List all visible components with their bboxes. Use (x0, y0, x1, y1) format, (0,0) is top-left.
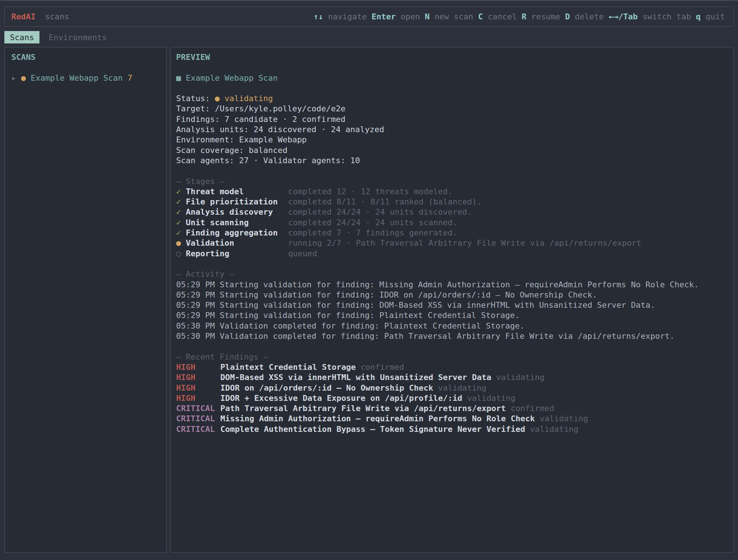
running-dot-icon: ● (176, 238, 186, 248)
stages-list: ✓Threat modelcompleted 12 · 12 threats m… (176, 187, 729, 259)
info-line: Target: /Users/kyle.polley/code/e2e (176, 104, 729, 114)
finding-status: confirmed (361, 363, 404, 372)
scan-item-name: Example Webapp Scan (31, 73, 123, 83)
activity-row: 05:29 PM Starting validation for finding… (176, 280, 729, 290)
status-running-dot-icon: ● (215, 94, 220, 103)
finding-row: HIGHPlaintext Credential Storage confirm… (176, 362, 729, 372)
app-screen: RedAI scans ↑↓ navigate Enter open N new… (0, 0, 738, 560)
finding-title: Complete Authentication Bypass — Token S… (220, 425, 525, 434)
stage-name: Reporting (186, 249, 288, 259)
hint-key: ←→/Tab (609, 12, 638, 21)
check-icon: ✓ (176, 218, 186, 228)
app-brand: RedAI (11, 12, 35, 21)
finding-status: validating (467, 394, 516, 403)
stage-row: ✓Threat modelcompleted 12 · 12 threats m… (176, 187, 729, 197)
stage-row: ✓Unit scanningcompleted 24/24 · 24 units… (176, 218, 729, 228)
tab-environments[interactable]: Environments (43, 31, 112, 43)
finding-severity: HIGH (176, 372, 220, 383)
hint-label: quit (701, 12, 725, 21)
hint-label: open (396, 12, 425, 21)
stage-row: ○Reportingqueued (176, 249, 729, 259)
tab-bar: Scans Environments (4, 31, 112, 43)
info-line: Scan coverage: balanced (176, 145, 729, 156)
finding-row: HIGHDOM-Based XSS via innerHTML with Uns… (176, 372, 729, 383)
finding-severity: CRITICAL (176, 414, 220, 424)
status-line: Status: ● validating (176, 93, 729, 104)
hint-label: delete (570, 12, 609, 21)
topbar: RedAI scans ↑↓ navigate Enter open N new… (4, 7, 734, 27)
finding-title: Plaintext Credential Storage (220, 363, 356, 372)
stage-name: Threat model (186, 187, 288, 197)
stage-detail: completed 8/11 · 8/11 ranked (balanced). (288, 197, 482, 206)
scan-info-block: Target: /Users/kyle.polley/code/e2eFindi… (176, 104, 729, 166)
preview-panel-title: PREVIEW (176, 52, 729, 62)
preview-scan-header: ■ Example Webapp Scan (176, 73, 729, 83)
status-label: Status: (176, 94, 215, 103)
check-icon: ✓ (176, 187, 186, 197)
hint-label: new scan (430, 12, 478, 21)
finding-status: validating (540, 414, 588, 423)
check-icon: ✓ (176, 197, 186, 207)
finding-row: CRITICALPath Traversal Arbitrary File Wr… (176, 403, 729, 414)
stage-detail: running 2/7 · Path Traversal Arbitrary F… (288, 238, 642, 248)
preview-scan-name: Example Webapp Scan (186, 73, 278, 83)
findings-heading: — Recent Findings — (176, 352, 729, 362)
hint-key: ↑↓ (313, 12, 323, 21)
stage-row: ✓File prioritizationcompleted 8/11 · 8/1… (176, 197, 729, 207)
finding-severity: CRITICAL (176, 424, 220, 434)
hint-label: cancel (483, 12, 522, 21)
stage-row: ✓Analysis discoverycompleted 24/24 · 24 … (176, 207, 729, 217)
hint-key: C (478, 12, 483, 21)
scan-running-dot-icon: ● (21, 73, 26, 83)
finding-title: Missing Admin Authorization — requireAdm… (220, 414, 535, 423)
hint-key: Enter (372, 12, 396, 21)
activity-heading: — Activity — (176, 269, 729, 279)
spacer (176, 341, 729, 352)
finding-status: validating (530, 425, 578, 434)
spacer (11, 62, 162, 73)
hint-key: R (522, 12, 526, 21)
info-line: Scan agents: 27 · Validator agents: 10 (176, 156, 729, 166)
info-line: Findings: 7 candidate · 2 confirmed (176, 114, 729, 124)
check-icon: ✓ (176, 228, 186, 238)
finding-title: DOM-Based XSS via innerHTML with Unsanit… (220, 373, 491, 382)
pending-circle-icon: ○ (176, 249, 186, 259)
stage-detail: queued (288, 249, 317, 258)
stage-row: ✓Finding aggregationcompleted 7 · 7 find… (176, 228, 729, 238)
activity-row: 05:29 PM Starting validation for finding… (176, 300, 729, 310)
stage-detail: completed 12 · 12 threats modeled. (288, 187, 453, 196)
finding-severity: HIGH (176, 383, 220, 393)
preview-panel: PREVIEW ■ Example Webapp Scan Status: ● … (171, 47, 734, 553)
stage-row: ●Validationrunning 2/7 · Path Traversal … (176, 238, 729, 248)
hint-label: navigate (323, 12, 372, 21)
window-top-edge (0, 0, 738, 1)
finding-row: CRITICALComplete Authentication Bypass —… (176, 424, 729, 434)
activity-row: 05:29 PM Starting validation for finding… (176, 290, 729, 300)
stages-heading: — Stages — (176, 176, 729, 187)
tab-scans[interactable]: Scans (4, 31, 39, 43)
info-line: Environment: Example Webapp (176, 135, 729, 145)
activity-list: 05:29 PM Starting validation for finding… (176, 280, 729, 342)
finding-status: validating (438, 383, 486, 392)
collapse-arrow-icon[interactable]: ▸ (11, 73, 16, 83)
square-bullet-icon: ■ (176, 73, 181, 83)
finding-title: IDOR on /api/orders/:id — No Ownership C… (220, 383, 433, 392)
stage-name: Validation (186, 238, 288, 248)
stage-detail: completed 24/24 · 24 units discovered. (288, 207, 472, 216)
hint-key: q (696, 12, 701, 21)
scan-list-item[interactable]: ▸ ● Example Webapp Scan 7 (11, 73, 162, 83)
hint-key: D (565, 12, 570, 21)
stage-detail: completed 24/24 · 24 units scanned. (288, 218, 458, 227)
finding-title: Path Traversal Arbitrary File Write via … (220, 404, 506, 413)
finding-severity: HIGH (176, 393, 220, 403)
finding-title: IDOR + Excessive Data Exposure on /api/p… (220, 394, 462, 403)
finding-row: HIGHIDOR on /api/orders/:id — No Ownersh… (176, 383, 729, 393)
status-value: validating (224, 94, 273, 103)
scans-panel: SCANS ▸ ● Example Webapp Scan 7 (4, 47, 167, 553)
stage-name: Analysis discovery (186, 207, 288, 217)
scans-panel-title: SCANS (11, 52, 162, 62)
activity-row: 05:30 PM Validation completed for findin… (176, 321, 729, 331)
activity-row: 05:30 PM Validation completed for findin… (176, 331, 729, 341)
current-view-label: scans (45, 12, 69, 21)
check-icon: ✓ (176, 207, 186, 217)
